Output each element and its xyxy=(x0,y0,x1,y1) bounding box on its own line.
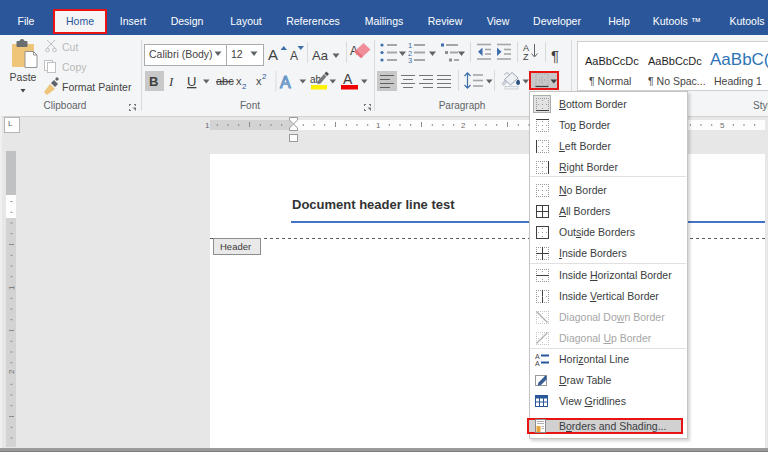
svg-text:U: U xyxy=(187,74,196,89)
svg-text:A: A xyxy=(535,353,540,360)
svg-text:A: A xyxy=(535,360,540,367)
svg-text:Z: Z xyxy=(523,52,529,62)
svg-text:Aa: Aa xyxy=(312,48,329,63)
svg-text:I: I xyxy=(168,74,174,89)
svg-text:1: 1 xyxy=(7,285,16,290)
svg-text:A: A xyxy=(343,71,353,87)
svg-text:A: A xyxy=(268,46,278,63)
svg-text:A: A xyxy=(290,49,298,63)
svg-text:¶: ¶ xyxy=(551,47,559,64)
svg-text:5: 5 xyxy=(720,121,725,130)
svg-text:3: 3 xyxy=(408,56,412,65)
svg-text:2: 2 xyxy=(242,82,247,91)
svg-text:1: 1 xyxy=(205,121,210,130)
svg-text:2: 2 xyxy=(262,72,267,81)
svg-text:2: 2 xyxy=(461,121,466,130)
svg-text:B: B xyxy=(149,74,158,89)
svg-text:abc: abc xyxy=(216,75,234,87)
svg-text:1: 1 xyxy=(376,121,381,130)
svg-text:A: A xyxy=(280,74,291,91)
svg-text:2: 2 xyxy=(7,369,16,374)
